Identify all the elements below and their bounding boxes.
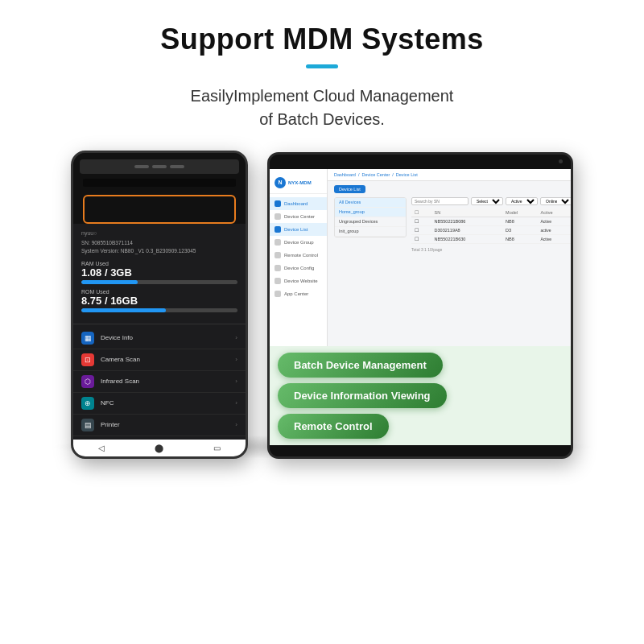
remote-control-icon — [275, 252, 281, 258]
table-row[interactable]: ☐ D3032119A8 D3 active — [411, 225, 571, 234]
ram-bar-bg — [81, 280, 237, 284]
mdm-search-input[interactable] — [411, 197, 469, 205]
phone-body: nyuu○ SN: 9085510B371114 System Version:… — [71, 151, 248, 459]
device-group-icon — [275, 239, 281, 246]
col-check: ☐ — [411, 208, 431, 217]
sidebar-remote-control[interactable]: Remote Control — [270, 249, 327, 262]
device-info-label: Device Info — [101, 334, 229, 341]
device-group-label: Device Group — [284, 240, 314, 245]
rom-bar-bg — [81, 308, 237, 312]
group-init[interactable]: Init_group — [335, 227, 406, 237]
phone-brand: nyuu○ — [81, 230, 237, 236]
device-info-icon: ▦ — [81, 332, 94, 345]
phone-screen: nyuu○ SN: 9085510B371114 System Version:… — [73, 224, 246, 324]
menu-item-nfc[interactable]: ⊕ NFC › — [73, 393, 246, 415]
main-title: Support MDM Systems — [0, 23, 644, 56]
device-list-icon — [275, 226, 281, 233]
phone-navbar: ◁ ⬤ ▭ — [73, 440, 246, 456]
col-sn: SN — [431, 208, 503, 217]
app-center-icon — [275, 291, 281, 297]
mdm-active-select[interactable]: Active or last — [506, 197, 538, 205]
phone-top — [73, 153, 246, 224]
subtitle: EasilyImplement Cloud Management of Batc… — [0, 85, 644, 131]
tablet-screen: N NYX-MDM Dashboard Device Center — [270, 169, 571, 445]
device-center-label: Device Center — [284, 214, 315, 219]
mdm-group-list: All Devices Home_group Ungrouped Devices… — [334, 197, 407, 237]
mdm-device-table: ☐ SN Model Active — [411, 208, 571, 244]
nav-recent-btn[interactable]: ▭ — [213, 444, 221, 452]
mdm-model-select[interactable]: Select Model — [471, 197, 503, 205]
rom-label: ROM Used — [81, 289, 237, 295]
app-center-label: App Center — [284, 291, 308, 296]
group-ungrouped[interactable]: Ungrouped Devices — [335, 217, 406, 227]
device-info-viewing-badge: Device Information Viewing — [278, 383, 447, 408]
mdm-content-area: Device List All Devices Home_group Ungro… — [328, 181, 571, 346]
batch-device-badge: Batch Device Management — [278, 353, 443, 378]
sidebar-app-center[interactable]: App Center — [270, 287, 327, 300]
mdm-device-select[interactable]: Online or line — [540, 197, 571, 205]
phone-device: nyuu○ SN: 9085510B371114 System Version:… — [71, 151, 248, 459]
main-content: nyuu○ SN: 9085510B371114 System Version:… — [0, 151, 644, 459]
phone-sn: SN: 9085510B371114 System Version: NB80 … — [81, 239, 237, 256]
sidebar-device-website[interactable]: Device Website — [270, 275, 327, 287]
mdm-main-content: Dashboard / Device Center / Device List … — [328, 169, 571, 346]
nav-home-btn[interactable]: ⬤ — [155, 444, 163, 452]
phone-menu: ▦ Device Info › ⊡ Camera Scan › ⬡ Infrar… — [73, 324, 246, 440]
device-website-label: Device Website — [284, 279, 318, 283]
dashboard-icon — [275, 200, 281, 207]
infrared-label: Infrared Scan — [101, 378, 229, 385]
nfc-icon: ⊕ — [81, 397, 94, 410]
sidebar-device-config[interactable]: Device Config — [270, 262, 327, 275]
printer-icon: ▤ — [81, 419, 94, 431]
dashboard-label: Dashboard — [284, 201, 308, 206]
menu-item-camera-scan[interactable]: ⊡ Camera Scan › — [73, 349, 246, 371]
mdm-group-panel: All Devices Home_group Ungrouped Devices… — [334, 197, 407, 252]
camera-scan-label: Camera Scan — [101, 356, 229, 363]
infrared-icon: ⬡ — [81, 375, 94, 388]
remote-control-badge: Remote Control — [278, 414, 389, 439]
device-website-icon — [275, 278, 281, 284]
ram-label: RAM Used — [81, 261, 237, 266]
menu-item-device-info[interactable]: ▦ Device Info › — [73, 328, 246, 349]
group-home[interactable]: Home_group — [335, 208, 406, 217]
group-all-devices[interactable]: All Devices — [335, 198, 406, 208]
page-header: Support MDM Systems — [0, 0, 644, 73]
col-active: Active — [538, 208, 571, 217]
ram-value: 1.08 / 3GB — [81, 266, 237, 279]
mdm-content-row: All Devices Home_group Ungrouped Devices… — [334, 197, 564, 252]
rom-bar-fill — [81, 308, 166, 312]
camera-scan-icon: ⊡ — [81, 353, 94, 366]
mdm-logo-icon: N — [275, 177, 286, 188]
sidebar-device-center[interactable]: Device Center — [270, 210, 327, 223]
table-row[interactable]: ☐ NB550221B086 NB8 Active — [411, 217, 571, 225]
tablet-camera — [559, 159, 563, 163]
phone-scanner-slot — [83, 179, 236, 187]
mdm-interface: N NYX-MDM Dashboard Device Center — [270, 169, 571, 346]
mdm-tab-bar: Device List — [334, 185, 564, 193]
phone-highlight-box — [83, 195, 236, 224]
device-center-icon — [275, 213, 281, 220]
device-config-icon — [275, 265, 281, 271]
mdm-sidebar: N NYX-MDM Dashboard Device Center — [270, 169, 328, 346]
sidebar-dashboard[interactable]: Dashboard — [270, 197, 327, 210]
remote-control-label: Remote Control — [284, 253, 318, 258]
mdm-device-table-panel: Select Model Active or last Online or li… — [411, 197, 571, 252]
col-model: Model — [502, 208, 537, 217]
device-list-tab[interactable]: Device List — [334, 185, 365, 193]
sidebar-device-group[interactable]: Device Group — [270, 236, 327, 249]
tablet-top-bar — [270, 155, 571, 169]
mdm-logo: N NYX-MDM — [270, 174, 327, 194]
table-row[interactable]: ☐ NB550221B630 NB8 Active — [411, 234, 571, 243]
printer-label: Printer — [101, 421, 229, 428]
nav-back-btn[interactable]: ◁ — [98, 444, 105, 452]
tablet-bottom-bar — [270, 445, 571, 456]
mdm-search-row: Select Model Active or last Online or li… — [411, 197, 571, 205]
menu-item-printer[interactable]: ▤ Printer › — [73, 415, 246, 436]
menu-item-infrared[interactable]: ⬡ Infrared Scan › — [73, 371, 246, 393]
title-underbar — [306, 64, 338, 68]
device-list-label: Device List — [284, 227, 308, 232]
mdm-breadcrumb: Dashboard / Device Center / Device List — [328, 169, 571, 181]
mdm-pagination: Total 3 1 10/page — [411, 247, 571, 252]
sidebar-device-list[interactable]: Device List — [270, 223, 327, 236]
nfc-label: NFC — [101, 399, 229, 407]
